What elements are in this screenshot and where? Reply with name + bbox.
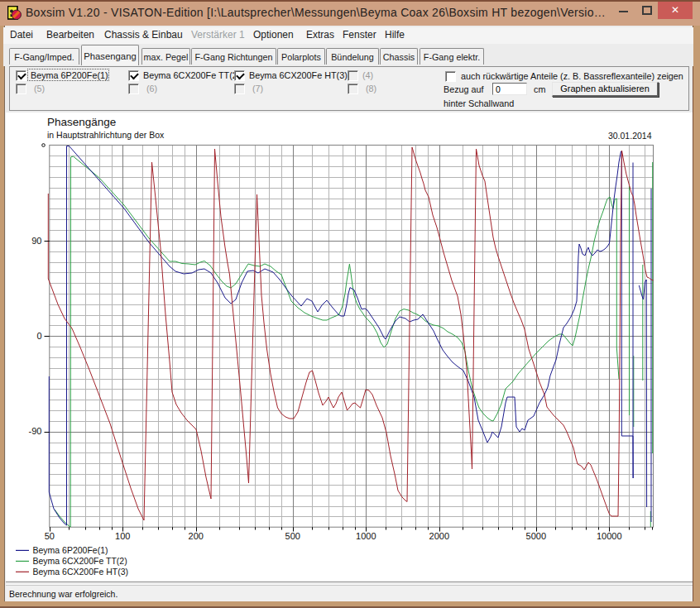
svg-text:50: 50 <box>45 531 55 541</box>
svg-text:2000: 2000 <box>429 531 449 541</box>
svg-text:Phasengänge: Phasengänge <box>47 116 116 128</box>
svg-text:Beyma 6CX200Fe HT(3): Beyma 6CX200Fe HT(3) <box>33 567 129 577</box>
svg-text:90: 90 <box>31 236 41 246</box>
svg-text:500: 500 <box>285 531 300 541</box>
svg-text:30.01.2014: 30.01.2014 <box>608 131 652 141</box>
svg-text:10000: 10000 <box>597 531 622 541</box>
svg-text:0: 0 <box>36 331 41 341</box>
svg-text:Beyma 6P200Fe(1): Beyma 6P200Fe(1) <box>33 545 108 555</box>
svg-text:in Hauptstrahlrichtung der Box: in Hauptstrahlrichtung der Box <box>47 130 165 140</box>
svg-text:-90: -90 <box>29 426 42 436</box>
svg-text:100: 100 <box>115 531 130 541</box>
svg-text:200: 200 <box>189 531 204 541</box>
svg-text:1000: 1000 <box>356 531 376 541</box>
svg-text:5000: 5000 <box>526 531 546 541</box>
svg-text:Beyma 6CX200Fe TT(2): Beyma 6CX200Fe TT(2) <box>33 556 127 566</box>
